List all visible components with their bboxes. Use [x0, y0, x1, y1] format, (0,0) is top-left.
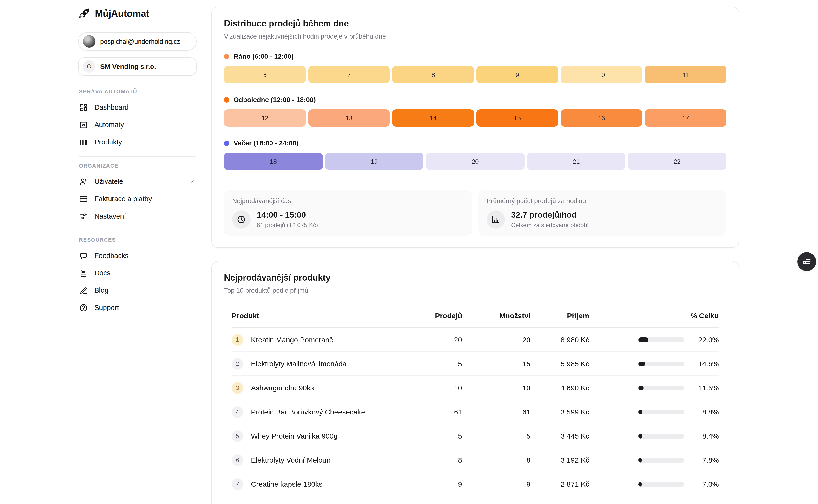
distribution-card-subtitle: Vizualizace nejaktivnějších hodin prodej…	[224, 33, 727, 40]
share-bar	[638, 337, 684, 342]
users-icon	[79, 177, 88, 186]
stat-best-time: Nejprodávanější čas 14:00 - 15:00 61 pro…	[224, 190, 472, 236]
sales-count: 5	[416, 432, 462, 440]
table-row[interactable]: 1 Kreatin Mango Pomeranč 20 20 8 980 Kč …	[232, 328, 719, 352]
table-row[interactable]: 4 Protein Bar Borůvkový Cheesecake 61 61…	[232, 400, 719, 424]
hour-block-20[interactable]: 20	[426, 153, 524, 170]
hour-block-8[interactable]: 8	[392, 66, 474, 83]
hour-block-16[interactable]: 16	[560, 109, 642, 127]
chevron-down-icon[interactable]	[188, 178, 195, 185]
sidebar-item-label: Uživatelé	[94, 178, 123, 185]
hour-block-21[interactable]: 21	[527, 153, 626, 170]
credit-card-icon	[79, 194, 88, 203]
hour-block-15[interactable]: 15	[476, 109, 558, 127]
stat-sub: 61 prodejů (12 075 Kč)	[257, 222, 318, 228]
hour-block-13[interactable]: 13	[308, 109, 390, 127]
stat-value: 14:00 - 15:00	[257, 211, 318, 220]
share-bar	[638, 458, 684, 462]
stats-row: Nejprodávanější čas 14:00 - 15:00 61 pro…	[224, 190, 727, 236]
sidebar-item-label: Feedbacks	[94, 252, 129, 259]
clock-icon	[232, 210, 251, 229]
product-name: Kreatin Mango Pomeranč	[251, 336, 333, 344]
products-table: ProduktProdejůMnožstvíPříjem% Celku 1 Kr…	[232, 303, 719, 496]
quantity: 5	[462, 432, 530, 440]
hour-block-17[interactable]: 17	[645, 109, 727, 127]
sidebar-divider	[79, 231, 195, 231]
products-table-body: 1 Kreatin Mango Pomeranč 20 20 8 980 Kč …	[232, 328, 719, 496]
sidebar-item-label: Nastavení	[94, 212, 126, 220]
chat-icon	[79, 251, 88, 260]
stat-sub: Celkem za sledované období	[511, 222, 589, 228]
sidebar-nav: SPRÁVA AUTOMATŮ Dashboard Automaty Produ…	[78, 89, 196, 316]
product-name: Whey Protein Vanilka 900g	[251, 432, 338, 440]
share-percent: 7.0%	[692, 480, 719, 488]
column-header-prodeju: Prodejů	[416, 303, 462, 327]
product-name: Creatine kapsle 180ks	[251, 480, 323, 488]
sidebar-item-support[interactable]: Support	[78, 299, 196, 316]
column-header-prijem: Příjem	[530, 303, 589, 327]
sidebar-item-label: Docs	[94, 269, 110, 277]
period-dot-icon	[224, 140, 229, 146]
hour-block-9[interactable]: 9	[476, 66, 558, 83]
app-logo[interactable]: MůjAutomat	[78, 7, 196, 20]
share-percent: 22.0%	[692, 336, 719, 344]
app-root: MůjAutomat pospichal@underholding.cz O S…	[0, 0, 818, 504]
user-account-button[interactable]: pospichal@underholding.cz	[78, 32, 196, 51]
hour-distribution-chart: Ráno (6:00 - 12:00) 67891011 Odpoledne (…	[224, 52, 727, 170]
quantity: 9	[462, 480, 530, 488]
sidebar-item-uzivatele[interactable]: Uživatelé	[78, 173, 196, 190]
revenue: 2 871 Kč	[530, 480, 589, 488]
revenue: 3 599 Kč	[530, 408, 589, 416]
sidebar-item-blog[interactable]: Blog	[78, 282, 196, 299]
org-badge: O	[83, 60, 95, 73]
hour-block-18[interactable]: 18	[224, 153, 323, 170]
revenue: 8 980 Kč	[530, 336, 589, 344]
rank-badge: 7	[232, 478, 243, 490]
dashboard-icon	[79, 103, 88, 112]
revenue: 5 985 Kč	[530, 360, 589, 368]
share-bar	[638, 385, 684, 390]
table-row[interactable]: 6 Elektrolyty Vodní Meloun 8 8 3 192 Kč …	[232, 448, 719, 472]
share-percent: 8.8%	[692, 408, 719, 416]
sidebar-item-nastaveni[interactable]: Nastavení	[78, 207, 196, 225]
table-row[interactable]: 2 Elektrolyty Malinová limonáda 15 15 5 …	[232, 352, 719, 376]
quantity: 15	[462, 360, 530, 368]
share-bar	[638, 433, 684, 438]
sliders-icon	[79, 212, 88, 221]
floating-panel-button[interactable]	[797, 252, 816, 271]
column-header-celku: % Celku	[589, 303, 719, 327]
hour-block-14[interactable]: 14	[392, 109, 474, 127]
product-name: Elektrolyty Malinová limonáda	[251, 360, 347, 368]
sidebar-item-automaty[interactable]: Automaty	[78, 116, 196, 133]
stat-label: Nejprodávanější čas	[232, 197, 464, 205]
sales-count: 9	[416, 480, 462, 488]
hour-block-10[interactable]: 10	[560, 66, 642, 83]
pencil-icon	[79, 286, 88, 295]
quantity: 8	[462, 456, 530, 464]
table-row[interactable]: 3 Ashwagandha 90ks 10 10 4 690 Kč 11.5%	[232, 376, 719, 400]
hour-block-11[interactable]: 11	[645, 66, 727, 83]
sidebar-item-docs[interactable]: Docs	[78, 264, 196, 282]
user-email: pospichal@underholding.cz	[100, 38, 180, 45]
hour-block-7[interactable]: 7	[308, 66, 390, 83]
organization-switcher[interactable]: O SM Vending s.r.o.	[78, 57, 196, 76]
share-percent: 8.4%	[692, 432, 719, 440]
column-header-mnozstvi: Množství	[462, 303, 530, 327]
period-dot-icon	[224, 97, 229, 102]
revenue: 4 690 Kč	[530, 384, 589, 392]
hour-block-6[interactable]: 6	[224, 66, 306, 83]
quantity: 61	[462, 408, 530, 416]
hour-block-12[interactable]: 12	[224, 109, 306, 127]
sidebar-item-fakturace-a-platby[interactable]: Fakturace a platby	[78, 190, 196, 207]
sidebar-item-produkty[interactable]: Produkty	[78, 133, 196, 151]
sidebar-item-dashboard[interactable]: Dashboard	[78, 99, 196, 116]
hour-block-19[interactable]: 19	[325, 153, 423, 170]
table-row[interactable]: 5 Whey Protein Vanilka 900g 5 5 3 445 Kč…	[232, 424, 719, 448]
sidebar-item-label: Automaty	[94, 121, 124, 129]
rank-badge: 4	[232, 406, 243, 418]
product-name: Elektrolyty Vodní Meloun	[251, 456, 331, 464]
hour-block-22[interactable]: 22	[628, 153, 727, 170]
sidebar-item-label: Produkty	[94, 138, 122, 146]
table-row[interactable]: 7 Creatine kapsle 180ks 9 9 2 871 Kč 7.0…	[232, 472, 719, 496]
sidebar-item-feedbacks[interactable]: Feedbacks	[78, 247, 196, 264]
